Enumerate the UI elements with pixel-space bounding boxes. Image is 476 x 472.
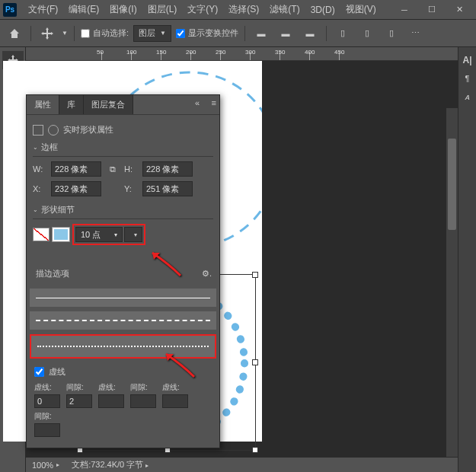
link-wh-icon[interactable]: ⧉ bbox=[107, 164, 118, 174]
more-options-icon[interactable]: ⋯ bbox=[406, 24, 426, 43]
character-panel-icon[interactable]: A| bbox=[461, 53, 474, 67]
menu-edit[interactable]: 编辑(E) bbox=[63, 3, 104, 16]
align-bottom-icon[interactable]: ▬ bbox=[300, 24, 320, 43]
annotation-arrow-2 bbox=[160, 350, 198, 382]
tab-properties[interactable]: 属性 bbox=[27, 95, 59, 114]
menu-view[interactable]: 视图(V) bbox=[340, 3, 382, 16]
window-minimize[interactable]: ─ bbox=[391, 0, 418, 20]
app-logo: Ps bbox=[3, 3, 17, 17]
gap-2-input[interactable] bbox=[130, 394, 156, 408]
right-panel-strip: A| ¶ ᴀ bbox=[458, 47, 476, 472]
bbox-section[interactable]: ⌄边框 bbox=[33, 139, 213, 157]
zoom-level[interactable]: 100%▸ bbox=[32, 461, 59, 470]
menu-type[interactable]: 文字(Y) bbox=[182, 3, 223, 16]
menu-file[interactable]: 文件(F) bbox=[23, 3, 63, 16]
auto-select-label: 自动选择: bbox=[93, 27, 129, 39]
stroke-width-input[interactable]: 10 点▾ bbox=[75, 227, 123, 242]
height-input[interactable] bbox=[142, 161, 193, 177]
live-shape-icon bbox=[33, 125, 43, 136]
align-hcenter-icon[interactable]: ▯ bbox=[357, 24, 377, 43]
w-label: W: bbox=[33, 164, 45, 174]
tab-layer-comps[interactable]: 图层复合 bbox=[84, 95, 133, 114]
menu-layer[interactable]: 图层(L) bbox=[142, 3, 183, 16]
handle-tr[interactable] bbox=[252, 272, 258, 278]
paragraph-panel-icon[interactable]: ¶ bbox=[461, 72, 474, 85]
window-close[interactable]: ✕ bbox=[446, 0, 473, 20]
window-maximize[interactable]: ☐ bbox=[418, 0, 446, 20]
x-label: X: bbox=[33, 184, 45, 193]
home-icon[interactable] bbox=[5, 24, 24, 43]
handle-br[interactable] bbox=[252, 447, 258, 453]
show-transform-label: 显示变换控件 bbox=[188, 27, 238, 39]
tab-library[interactable]: 库 bbox=[59, 95, 84, 114]
stroke-options-gear-icon[interactable]: ⚙. bbox=[202, 269, 212, 279]
properties-panel: 属性 库 图层复合 « ≡ 实时形状属性 ⌄边框 W: ⧉ H: X: bbox=[26, 94, 220, 448]
stroke-preset-solid[interactable] bbox=[30, 289, 216, 307]
dash-2-input[interactable] bbox=[98, 394, 124, 408]
align-right-icon[interactable]: ▯ bbox=[382, 24, 401, 43]
x-input[interactable] bbox=[51, 181, 101, 196]
menu-3d[interactable]: 3D(D) bbox=[305, 5, 340, 15]
panel-tabs: 属性 库 图层复合 « ≡ bbox=[27, 95, 219, 115]
width-input[interactable] bbox=[51, 161, 101, 177]
titlebar: Ps 文件(F) 编辑(E) 图像(I) 图层(L) 文字(Y) 选择(S) 滤… bbox=[0, 0, 476, 20]
y-input[interactable] bbox=[142, 181, 193, 196]
h-label: H: bbox=[124, 164, 136, 174]
auto-select-target[interactable]: 图层▼ bbox=[133, 25, 171, 42]
document-info[interactable]: 文档:732.4K/0 字节 ▸ bbox=[72, 459, 149, 470]
menu-filter[interactable]: 滤镜(T) bbox=[264, 3, 305, 16]
align-top-icon[interactable]: ▬ bbox=[251, 24, 271, 43]
dash-1-input[interactable] bbox=[34, 394, 60, 408]
panel-collapse-icon[interactable]: « bbox=[195, 98, 200, 107]
ruler-horizontal: 50100150200250300350400450 bbox=[26, 47, 458, 61]
align-vcenter-icon[interactable]: ▬ bbox=[276, 24, 296, 43]
menu-select[interactable]: 选择(S) bbox=[223, 3, 264, 16]
annotation-arrow-1 bbox=[146, 249, 184, 281]
size-grip[interactable] bbox=[464, 460, 476, 472]
gap-3-input[interactable] bbox=[34, 423, 60, 437]
mask-icon bbox=[48, 125, 59, 136]
move-tool-icon[interactable] bbox=[37, 24, 57, 43]
glyphs-panel-icon[interactable]: ᴀ bbox=[461, 90, 474, 104]
stroke-options-label: 描边选项 bbox=[34, 263, 71, 284]
shape-detail-section[interactable]: ⌄形状细节 bbox=[33, 201, 213, 219]
stroke-swatch[interactable] bbox=[53, 228, 69, 241]
fill-swatch[interactable] bbox=[33, 228, 50, 241]
menu-image[interactable]: 图像(I) bbox=[104, 3, 142, 16]
dash-gap-grid: 虚线: 间隙: 虚线: 间隙: 虚线: 间隙: bbox=[28, 382, 218, 443]
tool-preset-dropdown[interactable]: ▼ bbox=[62, 30, 68, 37]
workbench: ⋯ T ⋯ ⋯ 50100150200250300350400450 bbox=[0, 47, 476, 472]
highlight-stroke-settings: 10 点▾ ▾ bbox=[72, 224, 145, 245]
status-bar: 100%▸ 文档:732.4K/0 字节 ▸ bbox=[26, 457, 458, 472]
panel-menu-icon[interactable]: ≡ bbox=[212, 98, 216, 107]
options-bar: ▼ 自动选择: 图层▼ 显示变换控件 ▬ ▬ ▬ ▯ ▯ ▯ ⋯ bbox=[0, 20, 476, 47]
panel-title: 实时形状属性 bbox=[33, 121, 213, 139]
show-transform-checkbox[interactable]: 显示变换控件 bbox=[176, 27, 238, 39]
handle-mr[interactable] bbox=[252, 359, 258, 365]
gap-1-input[interactable] bbox=[66, 394, 92, 408]
stroke-preset-dashed[interactable] bbox=[30, 311, 216, 330]
vertical-scrollbar[interactable] bbox=[446, 108, 458, 457]
auto-select-checkbox[interactable]: 自动选择: bbox=[81, 27, 129, 39]
align-left-icon[interactable]: ▯ bbox=[333, 24, 353, 43]
stroke-dash-type-select[interactable]: ▾ bbox=[124, 227, 142, 242]
dash-3-input[interactable] bbox=[162, 394, 188, 408]
zoom-dropdown-icon[interactable]: ▸ bbox=[56, 461, 59, 468]
y-label: Y: bbox=[124, 184, 136, 193]
